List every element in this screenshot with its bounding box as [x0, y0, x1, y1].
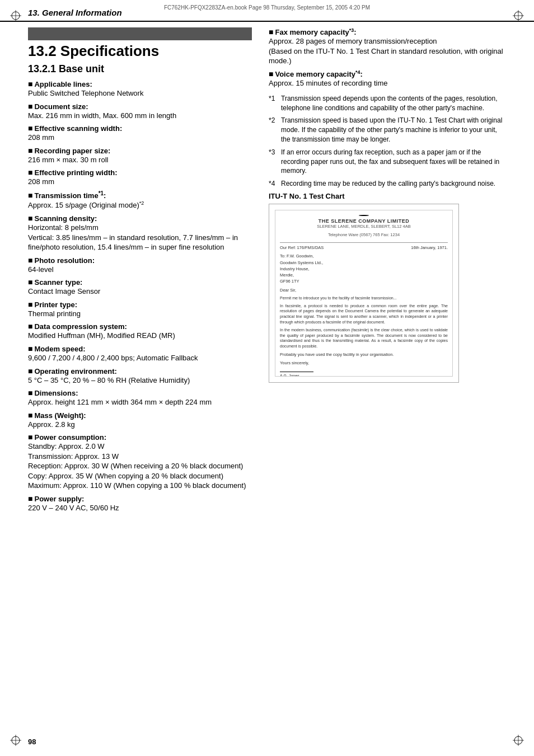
- chart-closing: Probably you have used the copy facility…: [280, 351, 448, 358]
- spec-label-scanning-density: ■Scanning density:: [28, 214, 252, 223]
- spec-power-supply: ■Power supply: 220 V – 240 V AC, 50/60 H…: [28, 494, 252, 513]
- spec-value-recording-paper: 216 mm × max. 30 m roll: [28, 155, 252, 165]
- footnote-2: *2 Transmission speed is based upon the …: [269, 116, 506, 144]
- test-chart-box: THE SLERENE COMPANY LIMITED SLERENE LANE…: [269, 204, 459, 383]
- chapter-heading-bar: [28, 27, 252, 40]
- itu-heading: ITU-T No. 1 Test Chart: [269, 192, 506, 200]
- spec-value-transmission-time: Approx. 15 s/page (Original mode)*2: [28, 200, 252, 210]
- footnote-2-text: Transmission speed is based upon the ITU…: [281, 116, 506, 144]
- chart-to-line4: Merdle,: [280, 272, 448, 278]
- spec-label-printing-width: ■Effective printing width:: [28, 168, 252, 177]
- chart-ref-date: Our Ref: 176/FMS/DAS 16th January, 1971.: [280, 245, 448, 251]
- spec-value-modem-speed: 9,600 / 7,200 / 4,800 / 2,400 bps; Autom…: [28, 353, 252, 363]
- footnote-1-text: Transmission speed depends upon the cont…: [281, 94, 506, 113]
- chart-ref: Our Ref: 176/FMS/DAS: [280, 245, 324, 251]
- footnote-1-num: *1: [269, 94, 281, 113]
- spec-label-document-size: ■Document size:: [28, 102, 252, 111]
- chart-to-line2: Goodwin Systems Ltd.,: [280, 260, 448, 266]
- spec-value-printing-width: 208 mm: [28, 177, 252, 187]
- spec-label-transmission-time: ■Transmission time*1:: [28, 190, 252, 200]
- spec-printing-width: ■Effective printing width: 208 mm: [28, 168, 252, 187]
- spec-value-fax-memory: Approx. 28 pages of memory transmission/…: [269, 36, 506, 66]
- chart-paragraph-2: In facsimile, a protocol is needed to pr…: [280, 303, 448, 325]
- spec-value-applicable-lines: Public Switched Telephone Network: [28, 88, 252, 98]
- section-title: 13.2 Specifications: [28, 43, 252, 60]
- spec-value-dimensions: Approx. height 121 mm × width 364 mm × d…: [28, 397, 252, 407]
- spec-voice-memory: ■Voice memory capacity*4: Approx. 15 min…: [269, 69, 506, 88]
- chart-signature-line: [280, 372, 313, 372]
- chart-salutation: Dear Sir,: [280, 287, 448, 293]
- chart-to-line5: GF96 1TY: [280, 278, 448, 284]
- chart-company-name: THE SLERENE COMPANY LIMITED: [318, 218, 410, 224]
- footnote-2-num: *2: [269, 116, 281, 144]
- page-number: 98: [28, 738, 36, 746]
- footnote-4-num: *4: [269, 179, 281, 189]
- spec-label-modem-speed: ■Modem speed:: [28, 344, 252, 353]
- left-column: 13.2 Specifications 13.2.1 Base unit ■Ap…: [28, 27, 263, 516]
- spec-scanner-type: ■Scanner type: Contact Image Sensor: [28, 278, 252, 297]
- chart-to-line1: To: F.W. Goodwin,: [280, 253, 448, 259]
- corner-mark-tl: [10, 10, 21, 21]
- page: FC762HK-PFQX2283ZA-en.book Page 98 Thurs…: [0, 0, 534, 756]
- spec-recording-paper: ■Recording paper size: 216 mm × max. 30 …: [28, 146, 252, 165]
- spec-label-mass: ■Mass (Weight):: [28, 411, 252, 420]
- chart-address-2: Telephone Ware (0567) 765 Fax: 1234: [328, 232, 400, 237]
- spec-fax-memory: ■Fax memory capacity*3: Approx. 28 pages…: [269, 27, 506, 66]
- footnote-4: *4 Recording time may be reduced by the …: [269, 179, 506, 189]
- spec-value-power-supply: 220 V – 240 V AC, 50/60 Hz: [28, 503, 252, 513]
- chart-address-1: SLERENE LANE, MERDLE, SLEBERT, SL12 4AB: [317, 224, 410, 229]
- spec-scanning-width: ■Effective scanning width: 208 mm: [28, 124, 252, 143]
- chart-logo-circle: [359, 215, 369, 216]
- corner-mark-br: [513, 735, 524, 746]
- footnotes-section: *1 Transmission speed depends upon the c…: [269, 94, 506, 189]
- footnote-3: *3 If an error occurs during fax recepti…: [269, 148, 506, 176]
- chart-date: 16th January, 1971.: [411, 245, 448, 251]
- spec-label-fax-memory: ■Fax memory capacity*3:: [269, 27, 506, 36]
- spec-label-power-consumption: ■Power consumption:: [28, 433, 252, 442]
- chart-divider-1: [280, 242, 448, 243]
- spec-value-scanner-type: Contact Image Sensor: [28, 287, 252, 297]
- spec-label-photo-resolution: ■Photo resolution:: [28, 256, 252, 265]
- corner-mark-bl: [10, 735, 21, 746]
- spec-label-scanner-type: ■Scanner type:: [28, 278, 252, 287]
- chart-body: Our Ref: 176/FMS/DAS 16th January, 1971.…: [280, 245, 448, 377]
- spec-document-size: ■Document size: Max. 216 mm in width, Ma…: [28, 102, 252, 121]
- spec-label-recording-paper: ■Recording paper size:: [28, 146, 252, 155]
- chart-to-line3: Industry House,: [280, 266, 448, 272]
- spec-mass: ■Mass (Weight): Approx. 2.8 kg: [28, 411, 252, 430]
- chart-sig-role1: A.G. Jones: [280, 373, 448, 377]
- spec-label-dimensions: ■Dimensions:: [28, 388, 252, 397]
- spec-value-mass: Approx. 2.8 kg: [28, 420, 252, 430]
- footnote-3-num: *3: [269, 148, 281, 176]
- spec-label-operating-environment: ■Operating environment:: [28, 367, 252, 375]
- spec-value-scanning-width: 208 mm: [28, 133, 252, 143]
- test-chart-inner: THE SLERENE COMPANY LIMITED SLERENE LANE…: [275, 210, 453, 377]
- spec-operating-environment: ■Operating environment: 5 °C – 35 °C, 20…: [28, 367, 252, 386]
- spec-printer-type: ■Printer type: Thermal printing: [28, 300, 252, 319]
- spec-value-voice-memory: Approx. 15 minutes of recording time: [269, 78, 506, 88]
- footnote-4-text: Recording time may be reduced by the cal…: [281, 179, 506, 189]
- subsection-title: 13.2.1 Base unit: [28, 63, 252, 75]
- chart-to: To: F.W. Goodwin, Goodwin Systems Ltd., …: [280, 253, 448, 284]
- spec-label-voice-memory: ■Voice memory capacity*4:: [269, 69, 506, 78]
- spec-value-photo-resolution: 64-level: [28, 265, 252, 275]
- corner-mark-tr: [513, 10, 524, 21]
- chart-paragraph-1: Permit me to introduce you to the facili…: [280, 295, 448, 301]
- spec-value-document-size: Max. 216 mm in width, Max. 600 mm in len…: [28, 111, 252, 121]
- spec-label-power-supply: ■Power supply:: [28, 494, 252, 503]
- spec-value-data-compression: Modified Huffman (MH), Modified READ (MR…: [28, 331, 252, 341]
- file-info-text: FC762HK-PFQX2283ZA-en.book Page 98 Thurs…: [164, 4, 370, 11]
- spec-modem-speed: ■Modem speed: 9,600 / 7,200 / 4,800 / 2,…: [28, 344, 252, 363]
- spec-photo-resolution: ■Photo resolution: 64-level: [28, 256, 252, 275]
- footnote-1: *1 Transmission speed depends upon the c…: [269, 94, 506, 113]
- spec-dimensions: ■Dimensions: Approx. height 121 mm × wid…: [28, 388, 252, 407]
- spec-label-scanning-width: ■Effective scanning width:: [28, 124, 252, 133]
- spec-applicable-lines: ■Applicable lines: Public Switched Telep…: [28, 79, 252, 98]
- spec-value-scanning-density: Horizontal: 8 pels/mmVertical: 3.85 line…: [28, 223, 252, 252]
- file-info-bar: FC762HK-PFQX2283ZA-en.book Page 98 Thurs…: [28, 4, 506, 11]
- chart-paragraph-3: In the modern business, communication (f…: [280, 327, 448, 349]
- spec-transmission-time: ■Transmission time*1: Approx. 15 s/page …: [28, 190, 252, 210]
- spec-value-operating-environment: 5 °C – 35 °C, 20 % – 80 % RH (Relative H…: [28, 375, 252, 386]
- main-content: 13.2 Specifications 13.2.1 Base unit ■Ap…: [0, 27, 534, 516]
- spec-power-consumption: ■Power consumption: Standby: Approx. 2.0…: [28, 433, 252, 491]
